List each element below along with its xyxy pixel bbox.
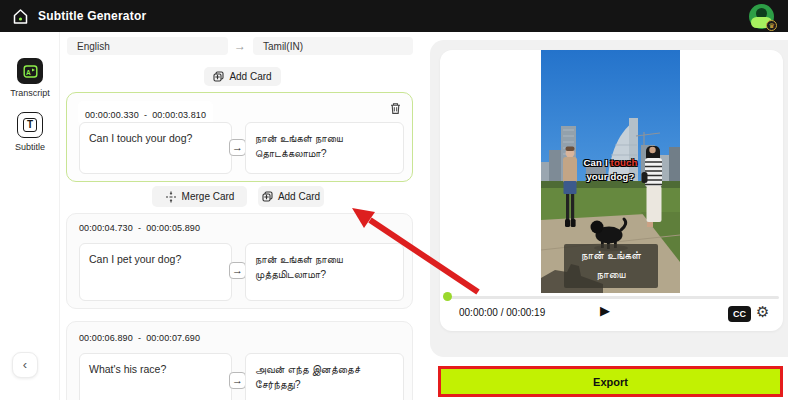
premium-crown-badge: ♛ [766,20,777,31]
add-card-label: Add Card [278,191,320,202]
playhead-dot[interactable] [443,292,452,301]
card-2-target-text[interactable]: நான் உங்கள் நாயை முத்தமிடலாமா? [245,243,404,301]
home-icon[interactable] [12,8,29,25]
svg-text:A: A [26,69,31,76]
app-header: Subtitle Generator ♛ [0,0,788,32]
subtitle-card-2[interactable]: 00:00:04.730 - 00:00:05.890 Can I pet yo… [66,213,413,309]
add-card-button-top[interactable]: Add Card [204,67,281,86]
merge-card-button[interactable]: Merge Card [152,186,247,207]
closed-captions-button[interactable]: CC [728,306,751,322]
add-card-icon [213,71,224,82]
add-card-label: Add Card [229,71,271,82]
card-3-translate-arrow-button[interactable]: → [229,372,246,389]
card-3-target-text[interactable]: அவன் எந்த இனத்தைச் சேர்ந்தது? [245,353,404,400]
subtitle-icon: T [17,112,43,138]
card-2-timestamp: 00:00:04.730 - 00:00:05.890 [79,223,200,233]
card-3-source-text[interactable]: What's his race? [79,353,232,400]
subtitle-card-3[interactable]: 00:00:06.890 - 00:00:07.690 What's his r… [66,321,413,400]
subtitle-generator-app: Subtitle Generator ♛ A Transcript T Subt… [0,0,788,400]
card-2-translate-arrow-button[interactable]: → [229,262,246,279]
user-avatar[interactable]: ♛ [749,4,774,29]
seek-bar[interactable] [444,296,779,299]
time-display: 00:00:00 / 00:00:19 [459,307,545,318]
sidebar-item-subtitle[interactable]: T Subtitle [0,112,60,152]
card-3-timestamp: 00:00:06.890 - 00:00:07.690 [79,333,200,343]
merge-card-label: Merge Card [182,191,235,202]
video-subtitle-tamil: நான் உங்கள் நாயை [564,244,658,288]
merge-card-icon [165,191,177,203]
sidebar-item-transcript[interactable]: A Transcript [0,58,60,98]
card-1-source-text[interactable]: Can I touch your dog? [79,122,232,174]
app-title: Subtitle Generator [38,9,146,23]
source-language-select[interactable]: English [67,37,228,55]
language-direction-arrow-icon: → [228,37,252,55]
card-1-translate-arrow-button[interactable]: → [229,139,246,156]
subtitle-card-1[interactable]: 00:00:00.330 - 00:00:03.810 Can I touch … [66,92,413,182]
play-button[interactable]: ▶ [600,303,610,318]
sidebar: A Transcript T Subtitle ‹ [0,32,60,400]
target-language-select[interactable]: Tamil(IN) [253,37,413,55]
transcript-icon: A [17,58,43,84]
delete-card-icon[interactable] [388,101,403,116]
card-1-target-text[interactable]: நான் உங்கள் நாயை தொடக்கலாமா? [245,122,404,174]
export-annotation-box: Export [438,366,783,397]
subtitle-highlight-word: touch [611,157,638,168]
sidebar-label-transcript: Transcript [0,88,60,98]
add-card-button-row[interactable]: Add Card [258,186,324,207]
video-subtitle-english: Can I touch your dog? [541,156,680,184]
add-card-icon [262,191,273,202]
card-2-source-text[interactable]: Can I pet your dog? [79,243,232,301]
settings-gear-icon[interactable]: ⚙ [756,303,769,321]
export-button[interactable]: Export [441,369,780,394]
sidebar-label-subtitle: Subtitle [0,142,60,152]
collapse-sidebar-button[interactable]: ‹ [12,352,38,378]
